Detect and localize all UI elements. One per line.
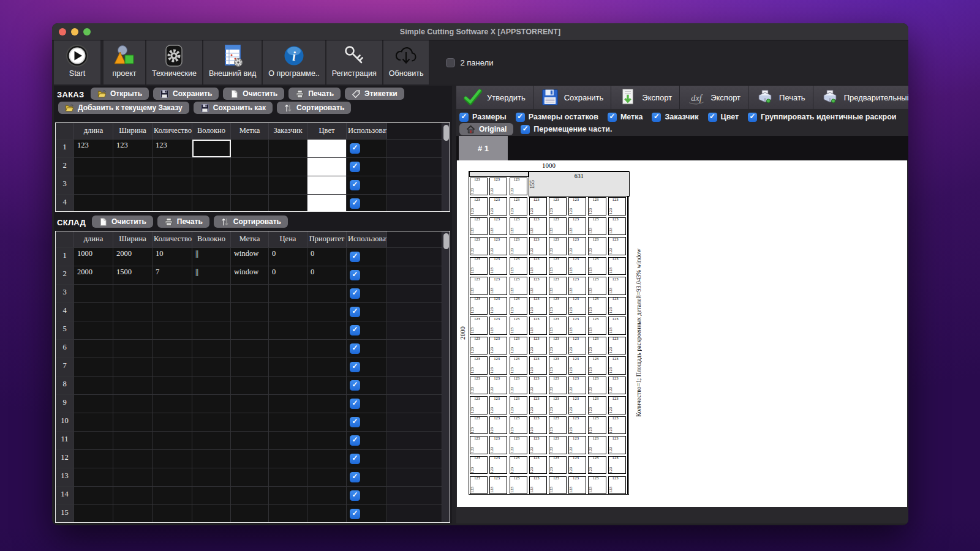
piece-cell[interactable]: 123123	[529, 297, 547, 315]
option-checkbox-3[interactable]: Заказчик	[652, 113, 698, 122]
piece-cell[interactable]: 123123	[510, 436, 527, 454]
piece-cell[interactable]: 123123	[549, 456, 567, 474]
table-cell[interactable]	[231, 195, 269, 212]
two-panels-option[interactable]: 2 панели	[446, 58, 493, 67]
table-cell[interactable]	[231, 505, 269, 523]
table-cell[interactable]	[231, 377, 269, 394]
two-panels-checkbox[interactable]	[446, 58, 455, 67]
use-checkbox[interactable]	[350, 270, 360, 280]
table-cell[interactable]: 123	[113, 140, 153, 157]
piece-cell[interactable]: 123123	[588, 237, 606, 255]
piece-cell[interactable]: 123123	[470, 277, 488, 295]
table-cell[interactable]	[269, 377, 307, 394]
piece-cell[interactable]: 123123	[568, 396, 586, 414]
piece-cell[interactable]: 123123	[510, 197, 527, 216]
piece-cell[interactable]: 123123	[510, 297, 527, 315]
piece-cell[interactable]: 123123	[549, 436, 567, 454]
piece-cell[interactable]: 123123	[470, 377, 488, 395]
piece-cell[interactable]: 123123	[568, 337, 586, 355]
table-cell[interactable]	[113, 340, 153, 358]
table-cell[interactable]	[113, 358, 153, 376]
table-cell[interactable]	[307, 468, 347, 486]
table-cell[interactable]	[153, 413, 192, 431]
preview-button[interactable]: Предварительный просмотр	[813, 86, 908, 109]
use-checkbox[interactable]	[350, 435, 360, 446]
piece-cell[interactable]: 123123	[588, 396, 606, 414]
table-cell[interactable]	[113, 176, 153, 194]
table-cell[interactable]	[192, 340, 231, 358]
export-dxf-button[interactable]: dxfЭкспорт	[680, 86, 748, 109]
table-cell[interactable]	[113, 158, 153, 176]
table-cell[interactable]	[74, 303, 113, 321]
table-cell[interactable]	[192, 158, 231, 176]
piece-cell[interactable]: 123123	[568, 197, 586, 216]
technical-button[interactable]: Технические	[146, 40, 203, 84]
order-print-button[interactable]: Печать	[288, 88, 341, 100]
piece-cell[interactable]: 123123	[489, 337, 507, 355]
piece-cell[interactable]: 123123	[529, 377, 547, 395]
use-checkbox[interactable]	[350, 343, 360, 354]
table-cell[interactable]	[307, 413, 347, 431]
registration-button[interactable]: Регистрация	[326, 40, 383, 84]
table-cell[interactable]	[74, 432, 113, 449]
piece-cell[interactable]: 123123	[510, 416, 527, 435]
use-checkbox[interactable]	[350, 162, 360, 172]
piece-cell[interactable]: 123123	[470, 257, 488, 276]
piece-cell[interactable]: 123123	[588, 456, 606, 474]
table-cell[interactable]	[192, 321, 231, 339]
piece-cell[interactable]: 123123	[470, 297, 488, 315]
piece-cell[interactable]: 123123	[549, 356, 567, 375]
table-cell[interactable]	[153, 505, 192, 523]
piece-cell[interactable]: 123123	[549, 476, 567, 495]
piece-cell[interactable]: 123123	[489, 217, 507, 236]
table-cell[interactable]	[307, 395, 347, 413]
table-cell[interactable]	[74, 395, 113, 413]
option-checkbox-5[interactable]: Группировать идентичные раскрои	[748, 113, 896, 122]
table-cell[interactable]	[74, 195, 113, 212]
piece-cell[interactable]: 123123	[510, 217, 527, 236]
table-cell[interactable]	[74, 377, 113, 394]
move-part-checkbox[interactable]	[521, 125, 530, 134]
piece-cell[interactable]: 123123	[529, 356, 547, 375]
piece-cell[interactable]: 123123	[510, 476, 527, 495]
table-cell[interactable]	[74, 487, 113, 504]
table-cell[interactable]: 0	[269, 248, 307, 266]
piece-cell[interactable]: 123123	[588, 356, 606, 375]
piece-cell[interactable]: 123123	[470, 416, 488, 435]
table-cell[interactable]: 0	[307, 266, 347, 284]
export-button[interactable]: Экспорт	[611, 86, 680, 109]
table-cell[interactable]	[269, 321, 307, 339]
piece-cell[interactable]: 123123	[608, 356, 626, 375]
table-cell[interactable]	[231, 358, 269, 376]
table-cell[interactable]	[113, 377, 153, 394]
table-cell[interactable]	[307, 303, 347, 321]
piece-cell[interactable]: 123123	[489, 257, 507, 276]
piece-cell[interactable]: 123123	[549, 377, 567, 395]
piece-cell[interactable]: 123123	[470, 237, 488, 255]
table-cell[interactable]	[307, 285, 347, 302]
piece-cell[interactable]: 123123	[608, 456, 626, 474]
table-cell[interactable]	[74, 505, 113, 523]
minimize-button[interactable]	[71, 28, 78, 36]
color-swatch[interactable]	[307, 158, 347, 176]
piece-cell[interactable]: 123123	[588, 317, 606, 335]
use-checkbox[interactable]	[350, 143, 360, 154]
piece-cell[interactable]: 123123	[549, 277, 567, 295]
piece-cell[interactable]: 123123	[489, 178, 507, 196]
piece-cell[interactable]: 123123	[588, 377, 606, 395]
table-scrollbar[interactable]	[442, 123, 450, 211]
table-cell[interactable]	[307, 505, 347, 523]
order-add-to-order-button[interactable]: Добавить к текущему Заказу	[58, 102, 189, 114]
table-cell[interactable]	[231, 340, 269, 358]
piece-cell[interactable]: 123123	[568, 456, 586, 474]
table-cell[interactable]	[192, 468, 231, 486]
table-cell[interactable]	[269, 450, 307, 468]
piece-cell[interactable]: 123123	[608, 377, 626, 395]
table-cell[interactable]	[74, 321, 113, 339]
piece-cell[interactable]: 123123	[588, 416, 606, 435]
table-cell[interactable]	[231, 321, 269, 339]
table-cell[interactable]	[192, 140, 231, 157]
piece-cell[interactable]: 123123	[588, 257, 606, 276]
table-cell[interactable]: 123	[153, 140, 192, 157]
appearance-button[interactable]: Внешний вид	[203, 40, 263, 84]
